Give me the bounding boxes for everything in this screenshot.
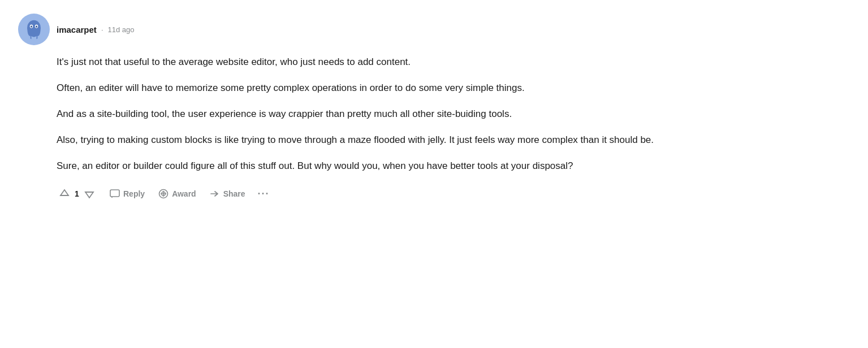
comment-body: It's just not that useful to the average… <box>57 54 850 202</box>
reply-label: Reply <box>123 189 145 198</box>
comment-actions: 1 Reply Aw <box>57 185 850 202</box>
comment-meta: imacarpet · 11d ago <box>57 25 135 34</box>
upvote-button[interactable] <box>57 186 72 202</box>
svg-point-3 <box>31 25 32 28</box>
avatar <box>18 14 50 45</box>
comment-paragraph-4: Also, trying to making custom blocks is … <box>57 132 850 148</box>
award-button[interactable]: Award <box>153 185 202 202</box>
comment-paragraph-2: Often, an editer will have to memorize s… <box>57 80 850 96</box>
comment-header: imacarpet · 11d ago <box>18 14 850 45</box>
share-label: Share <box>223 189 245 198</box>
svg-rect-5 <box>110 190 119 197</box>
comment-paragraph-1: It's just not that useful to the average… <box>57 54 850 70</box>
vote-section: 1 <box>57 186 97 202</box>
separator: · <box>101 25 103 34</box>
comment-paragraph-5: Sure, an editor or builder could figure … <box>57 158 850 174</box>
downvote-button[interactable] <box>81 186 97 202</box>
share-button[interactable]: Share <box>204 186 251 202</box>
award-label: Award <box>172 189 196 198</box>
vote-count: 1 <box>75 189 79 198</box>
comment-paragraph-3: And as a site-building tool, the user ex… <box>57 106 850 122</box>
timestamp: 11d ago <box>108 25 135 34</box>
svg-point-4 <box>36 25 37 28</box>
comment-container: imacarpet · 11d ago It's just not that u… <box>0 0 868 348</box>
more-options-button[interactable]: ··· <box>253 185 274 202</box>
username: imacarpet <box>57 25 97 34</box>
reply-button[interactable]: Reply <box>104 186 150 202</box>
